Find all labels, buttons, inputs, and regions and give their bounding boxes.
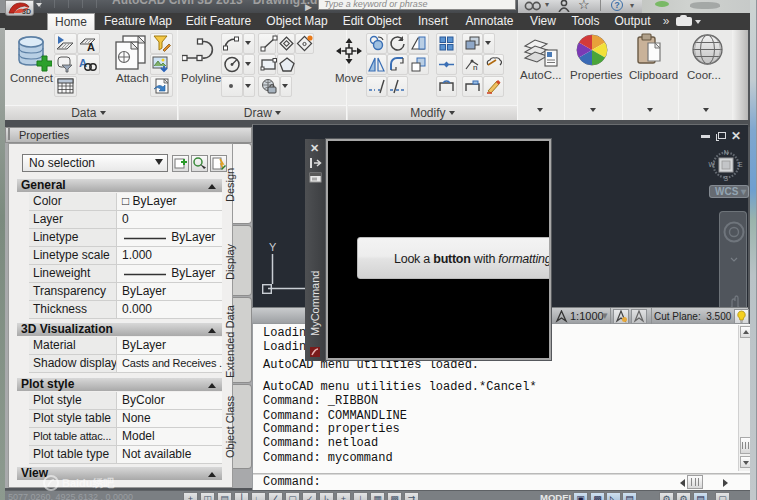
svg-text:S: S [724,175,729,182]
svg-text:Baidu绣吧: Baidu绣吧 [62,477,116,489]
svg-text:A: A [79,57,87,69]
svg-text:W: W [708,161,715,168]
svg-text:E: E [738,161,743,168]
svg-text:N: N [724,149,729,156]
svg-text:A: A [87,41,95,52]
svg-text:Y: Y [269,241,277,253]
svg-text:n: n [473,63,477,72]
